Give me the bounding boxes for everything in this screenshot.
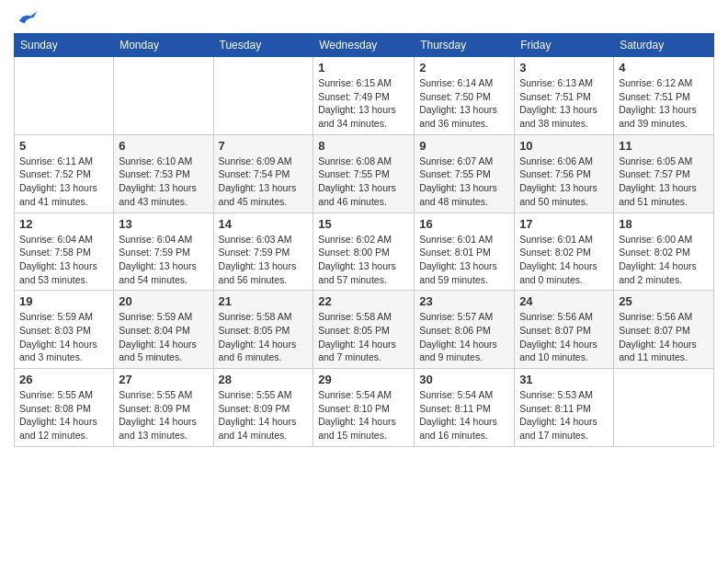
day-number: 6	[119, 139, 208, 153]
header-tuesday: Tuesday	[213, 34, 313, 57]
day-number: 1	[318, 61, 409, 75]
logo-bird-icon	[16, 9, 38, 26]
calendar-cell: 7Sunrise: 6:09 AMSunset: 7:54 PMDaylight…	[213, 134, 313, 213]
day-info: Sunrise: 6:03 AMSunset: 7:59 PMDaylight:…	[219, 233, 309, 287]
day-info: Sunrise: 6:04 AMSunset: 7:59 PMDaylight:…	[119, 233, 208, 287]
day-info: Sunrise: 6:01 AMSunset: 8:02 PMDaylight:…	[519, 233, 609, 287]
day-info: Sunrise: 6:11 AMSunset: 7:52 PMDaylight:…	[19, 155, 108, 209]
day-number: 13	[119, 217, 208, 231]
day-info: Sunrise: 5:59 AMSunset: 8:04 PMDaylight:…	[119, 310, 208, 364]
day-number: 10	[519, 139, 609, 153]
day-info: Sunrise: 6:10 AMSunset: 7:53 PMDaylight:…	[119, 155, 208, 209]
header-sunday: Sunday	[15, 34, 114, 57]
calendar-cell: 3Sunrise: 6:13 AMSunset: 7:51 PMDaylight…	[515, 57, 614, 135]
day-number: 16	[419, 217, 509, 231]
calendar-cell: 2Sunrise: 6:14 AMSunset: 7:50 PMDaylight…	[415, 57, 515, 135]
day-info: Sunrise: 5:55 AMSunset: 8:09 PMDaylight:…	[219, 388, 309, 442]
day-info: Sunrise: 5:58 AMSunset: 8:05 PMDaylight:…	[219, 310, 309, 364]
day-number: 15	[318, 217, 409, 231]
day-info: Sunrise: 6:14 AMSunset: 7:50 PMDaylight:…	[419, 76, 509, 131]
header-thursday: Thursday	[415, 34, 515, 57]
day-number: 12	[19, 217, 108, 231]
day-number: 19	[19, 294, 108, 308]
day-number: 20	[119, 294, 208, 308]
day-number: 2	[419, 61, 509, 75]
day-number: 26	[19, 373, 108, 386]
calendar-cell: 24Sunrise: 5:56 AMSunset: 8:07 PMDayligh…	[515, 291, 614, 369]
day-number: 18	[619, 217, 709, 231]
day-number: 27	[119, 373, 208, 386]
calendar-cell: 9Sunrise: 6:07 AMSunset: 7:55 PMDaylight…	[415, 134, 515, 213]
day-number: 22	[318, 294, 409, 308]
calendar-week-row: 26Sunrise: 5:55 AMSunset: 8:08 PMDayligh…	[15, 369, 714, 447]
header-monday: Monday	[114, 34, 213, 57]
day-info: Sunrise: 6:15 AMSunset: 7:49 PMDaylight:…	[318, 76, 409, 131]
day-info: Sunrise: 5:56 AMSunset: 8:07 PMDaylight:…	[619, 310, 709, 364]
day-number: 17	[519, 217, 609, 231]
calendar-header-row: SundayMondayTuesdayWednesdayThursdayFrid…	[15, 34, 714, 57]
day-number: 11	[619, 139, 709, 153]
day-info: Sunrise: 5:58 AMSunset: 8:05 PMDaylight:…	[318, 310, 409, 364]
day-info: Sunrise: 6:01 AMSunset: 8:01 PMDaylight:…	[419, 233, 509, 287]
calendar-cell	[15, 57, 114, 135]
calendar-cell: 26Sunrise: 5:55 AMSunset: 8:08 PMDayligh…	[15, 369, 114, 447]
day-info: Sunrise: 6:02 AMSunset: 8:00 PMDaylight:…	[318, 233, 409, 287]
calendar-cell: 22Sunrise: 5:58 AMSunset: 8:05 PMDayligh…	[313, 291, 415, 369]
day-info: Sunrise: 6:07 AMSunset: 7:55 PMDaylight:…	[419, 155, 509, 209]
calendar-cell: 6Sunrise: 6:10 AMSunset: 7:53 PMDaylight…	[114, 134, 213, 213]
day-info: Sunrise: 5:54 AMSunset: 8:10 PMDaylight:…	[318, 388, 409, 442]
day-info: Sunrise: 5:55 AMSunset: 8:09 PMDaylight:…	[119, 388, 208, 442]
day-number: 29	[318, 373, 409, 386]
calendar-cell: 5Sunrise: 6:11 AMSunset: 7:52 PMDaylight…	[15, 134, 114, 213]
day-info: Sunrise: 6:00 AMSunset: 8:02 PMDaylight:…	[619, 233, 709, 287]
calendar-cell: 29Sunrise: 5:54 AMSunset: 8:10 PMDayligh…	[313, 369, 415, 447]
day-number: 7	[219, 139, 309, 153]
calendar-week-row: 12Sunrise: 6:04 AMSunset: 7:58 PMDayligh…	[15, 213, 714, 291]
calendar-cell: 14Sunrise: 6:03 AMSunset: 7:59 PMDayligh…	[213, 213, 313, 291]
day-info: Sunrise: 5:59 AMSunset: 8:03 PMDaylight:…	[19, 310, 108, 364]
calendar-cell: 19Sunrise: 5:59 AMSunset: 8:03 PMDayligh…	[15, 291, 114, 369]
calendar-cell: 10Sunrise: 6:06 AMSunset: 7:56 PMDayligh…	[515, 134, 614, 213]
calendar-cell: 12Sunrise: 6:04 AMSunset: 7:58 PMDayligh…	[15, 213, 114, 291]
day-info: Sunrise: 6:12 AMSunset: 7:51 PMDaylight:…	[619, 76, 709, 131]
day-info: Sunrise: 5:53 AMSunset: 8:11 PMDaylight:…	[519, 388, 609, 442]
calendar-cell: 8Sunrise: 6:08 AMSunset: 7:55 PMDaylight…	[313, 134, 415, 213]
page-header	[14, 9, 714, 26]
calendar: SundayMondayTuesdayWednesdayThursdayFrid…	[14, 33, 714, 447]
day-info: Sunrise: 5:56 AMSunset: 8:07 PMDaylight:…	[519, 310, 609, 364]
calendar-cell: 27Sunrise: 5:55 AMSunset: 8:09 PMDayligh…	[114, 369, 213, 447]
calendar-cell: 31Sunrise: 5:53 AMSunset: 8:11 PMDayligh…	[515, 369, 614, 447]
day-number: 25	[619, 294, 709, 308]
calendar-cell: 18Sunrise: 6:00 AMSunset: 8:02 PMDayligh…	[614, 213, 714, 291]
calendar-cell: 11Sunrise: 6:05 AMSunset: 7:57 PMDayligh…	[614, 134, 714, 213]
day-info: Sunrise: 6:05 AMSunset: 7:57 PMDaylight:…	[619, 155, 709, 209]
header-friday: Friday	[515, 34, 614, 57]
calendar-cell: 25Sunrise: 5:56 AMSunset: 8:07 PMDayligh…	[614, 291, 714, 369]
calendar-cell: 20Sunrise: 5:59 AMSunset: 8:04 PMDayligh…	[114, 291, 213, 369]
logo	[14, 9, 40, 26]
calendar-cell: 17Sunrise: 6:01 AMSunset: 8:02 PMDayligh…	[515, 213, 614, 291]
day-number: 4	[619, 61, 709, 75]
calendar-cell: 13Sunrise: 6:04 AMSunset: 7:59 PMDayligh…	[114, 213, 213, 291]
header-saturday: Saturday	[614, 34, 714, 57]
calendar-cell: 16Sunrise: 6:01 AMSunset: 8:01 PMDayligh…	[415, 213, 515, 291]
day-number: 24	[519, 294, 609, 308]
calendar-cell: 1Sunrise: 6:15 AMSunset: 7:49 PMDaylight…	[313, 57, 415, 135]
calendar-week-row: 19Sunrise: 5:59 AMSunset: 8:03 PMDayligh…	[15, 291, 714, 369]
day-number: 5	[19, 139, 108, 153]
calendar-cell	[614, 369, 714, 447]
day-info: Sunrise: 5:57 AMSunset: 8:06 PMDaylight:…	[419, 310, 509, 364]
calendar-cell: 4Sunrise: 6:12 AMSunset: 7:51 PMDaylight…	[614, 57, 714, 135]
calendar-cell: 30Sunrise: 5:54 AMSunset: 8:11 PMDayligh…	[415, 369, 515, 447]
day-number: 9	[419, 139, 509, 153]
day-number: 21	[219, 294, 309, 308]
header-wednesday: Wednesday	[313, 34, 415, 57]
day-number: 28	[219, 373, 309, 386]
day-number: 30	[419, 373, 509, 386]
calendar-cell: 28Sunrise: 5:55 AMSunset: 8:09 PMDayligh…	[213, 369, 313, 447]
calendar-cell: 23Sunrise: 5:57 AMSunset: 8:06 PMDayligh…	[415, 291, 515, 369]
day-number: 3	[519, 61, 609, 75]
calendar-cell: 15Sunrise: 6:02 AMSunset: 8:00 PMDayligh…	[313, 213, 415, 291]
day-info: Sunrise: 6:09 AMSunset: 7:54 PMDaylight:…	[219, 155, 309, 209]
day-number: 23	[419, 294, 509, 308]
